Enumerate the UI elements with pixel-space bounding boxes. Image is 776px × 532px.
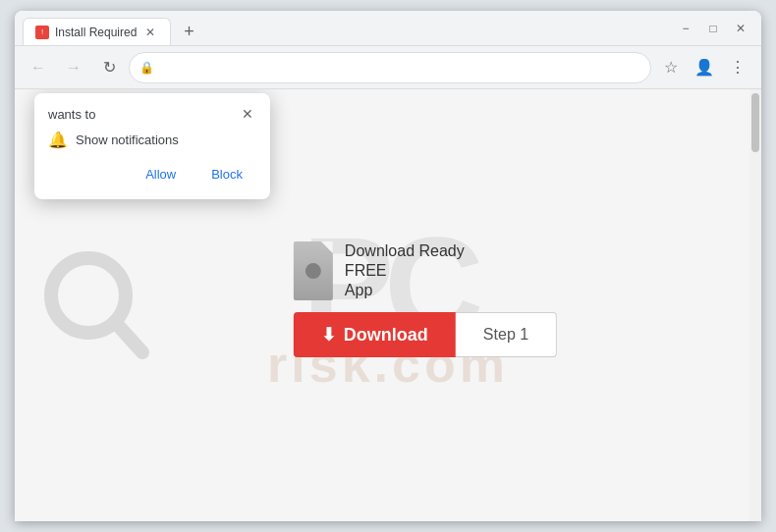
title-bar: ! Install Required ✕ + − □ ✕ [15,11,761,46]
popup-message: Show notifications [76,133,179,147]
reload-button[interactable]: ↻ [93,52,125,83]
window-controls: − □ ✕ [673,16,753,41]
bell-icon: 🔔 [48,131,68,149]
popup-content: 🔔 Show notifications [48,131,256,149]
popup-close-button[interactable]: ✕ [239,105,256,123]
download-section: Download Ready FREE App ⬇ Download Step … [294,241,557,357]
app-info-line1: Download Ready [345,242,465,260]
browser-window: ! Install Required ✕ + − □ ✕ ← → ↻ 🔒 ☆ 👤… [15,11,761,521]
app-info: Download Ready FREE App [345,242,465,299]
allow-button[interactable]: Allow [132,161,190,187]
popup-header: wants to ✕ [48,105,256,123]
nav-actions: ☆ 👤 ⋮ [655,52,753,83]
close-window-button[interactable]: ✕ [728,16,753,41]
download-buttons: ⬇ Download Step 1 [294,312,557,357]
app-icon-row: Download Ready FREE App [294,241,465,300]
tab-close-button[interactable]: ✕ [142,25,158,40]
new-tab-button[interactable]: + [175,18,202,45]
app-info-line2: FREE [345,262,465,280]
svg-line-1 [115,322,142,352]
app-info-line3: App [345,282,465,299]
magnifier-logo [34,246,152,364]
page-content: PC risk.com Download Ready FREE App [15,89,761,521]
step-button[interactable]: Step 1 [456,312,557,357]
popup-title: wants to [48,107,95,122]
download-button-label: Download [344,325,428,346]
tabs-area: ! Install Required ✕ + [23,11,673,45]
active-tab[interactable]: ! Install Required ✕ [23,18,171,45]
block-button[interactable]: Block [197,161,256,187]
bookmark-button[interactable]: ☆ [655,52,687,83]
lock-icon: 🔒 [139,61,154,75]
popup-actions: Allow Block [48,161,256,187]
notification-popup: wants to ✕ 🔔 Show notifications Allow Bl… [34,93,270,199]
navigation-bar: ← → ↻ 🔒 ☆ 👤 ⋮ [15,46,761,89]
maximize-button[interactable]: □ [700,16,726,41]
tab-title: Install Required [55,26,137,39]
forward-button[interactable]: → [58,52,89,83]
account-button[interactable]: 👤 [689,52,720,83]
tab-favicon: ! [35,26,49,39]
download-button[interactable]: ⬇ Download [294,312,456,357]
scrollbar[interactable] [749,89,761,521]
address-bar[interactable]: 🔒 [129,52,651,83]
menu-button[interactable]: ⋮ [722,52,753,83]
scrollbar-thumb[interactable] [751,93,759,152]
download-icon: ⬇ [321,324,336,346]
minimize-button[interactable]: − [673,16,698,41]
app-icon [294,241,333,300]
back-button[interactable]: ← [23,52,54,83]
app-icon-inner [305,263,321,279]
